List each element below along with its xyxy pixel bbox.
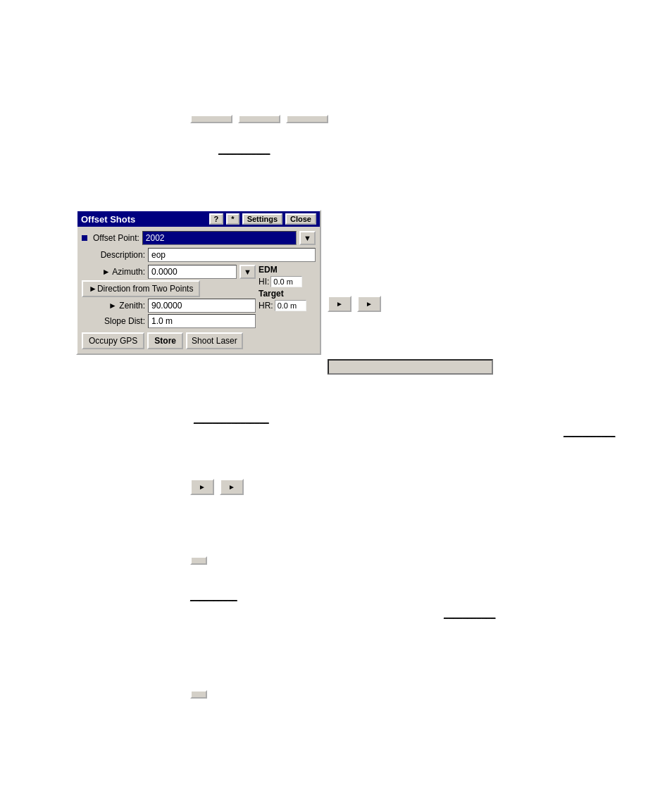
top-button-3[interactable] [286,115,328,123]
slope-dist-row: Slope Dist: [82,314,256,328]
edm-section: EDM HI: Target HR: [256,265,316,328]
star-button[interactable]: * [226,213,239,225]
close-button[interactable]: Close [285,213,316,225]
top-button-2[interactable] [238,115,280,123]
hr-input[interactable] [275,300,306,311]
description-label: Description: [82,250,145,260]
direction-from-two-points-button[interactable]: Direction from Two Points [82,280,200,297]
last-button[interactable] [190,690,207,699]
help-button[interactable]: ? [209,213,224,225]
azimuth-label: ► Azimuth: [82,267,145,277]
hr-row: HR: [259,300,316,311]
azimuth-row: ► Azimuth: ▼ [82,265,256,279]
direction-row: Direction from Two Points [82,280,256,297]
zenith-label: ► Zenith: [82,301,145,311]
mid-button-1[interactable] [190,479,214,495]
hi-row: HI: [259,276,316,287]
description-row: Description: [82,248,316,262]
dialog-body: Offset Point: ▼ Description: ► Azimuth: … [77,227,320,354]
wide-input-right [328,359,493,375]
offset-shots-dialog: Offset Shots ? * Settings Close Offset P… [76,210,321,355]
zenith-input[interactable] [148,299,256,313]
edm-label: EDM [259,265,316,275]
top-buttons-row [190,115,328,123]
description-input[interactable] [148,248,316,262]
offset-point-dropdown[interactable]: ▼ [299,231,316,245]
single-button[interactable] [190,556,207,565]
bottom-link-1[interactable]: __________ [190,592,237,601]
hi-label: HI: [259,277,269,287]
action-buttons-row: Occupy GPS Store Shoot Laser [82,332,316,349]
top-button-1[interactable] [190,115,232,123]
occupy-gps-button[interactable]: Occupy GPS [82,332,144,349]
slope-dist-input[interactable] [148,314,256,328]
azimuth-left: ► Azimuth: ▼ Direction from Two Points ►… [82,265,256,328]
hr-label: HR: [259,301,273,311]
right-side-buttons [328,296,381,312]
store-button[interactable]: Store [147,332,183,349]
target-label: Target [259,289,316,299]
right-button-1[interactable] [328,296,351,312]
offset-point-row: Offset Point: ▼ [82,231,316,245]
offset-point-label: Offset Point: [93,233,139,243]
mid-button-2[interactable] [220,479,244,495]
top-link[interactable]: ___________ [218,145,270,155]
hi-input[interactable] [270,276,302,287]
shoot-laser-button[interactable]: Shoot Laser [186,332,243,349]
azimuth-input[interactable] [148,265,237,279]
zenith-row: ► Zenith: [82,299,256,313]
right-button-2[interactable] [357,296,381,312]
mid-buttons-row [190,479,244,495]
dialog-titlebar: Offset Shots ? * Settings Close [77,211,320,227]
dialog-title: Offset Shots [81,214,206,225]
bullet-icon [82,235,87,241]
slope-dist-label: Slope Dist: [82,316,145,326]
mid-link-2[interactable]: ___________ [564,427,615,437]
azimuth-combined: ► Azimuth: ▼ Direction from Two Points ►… [82,265,316,328]
mid-link-1[interactable]: ________________ [194,414,269,424]
offset-point-input[interactable] [142,231,297,245]
azimuth-dropdown[interactable]: ▼ [239,265,256,279]
bottom-link-2[interactable]: ___________ [444,609,495,619]
settings-button[interactable]: Settings [242,213,282,225]
